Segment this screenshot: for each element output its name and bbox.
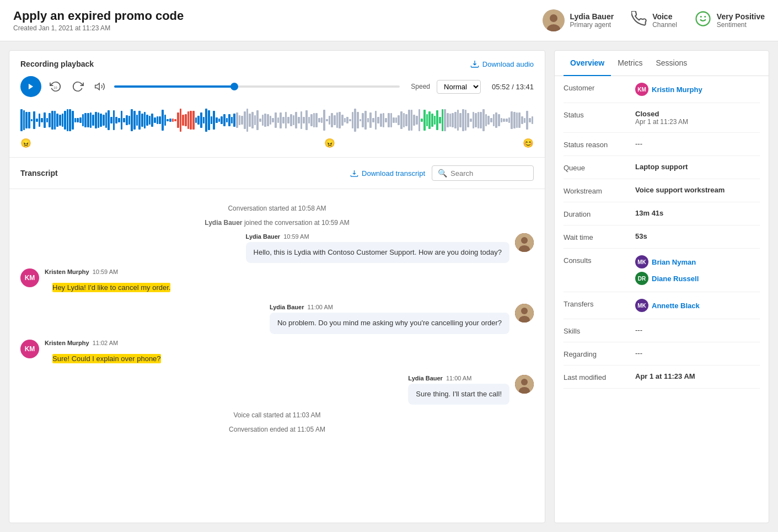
message-kristen-1: KM Kristen Murphy 10:59 AM Hey Lydia! I'… bbox=[20, 268, 534, 298]
time-display: 05:52 / 13:41 bbox=[492, 83, 534, 91]
waveform bbox=[20, 104, 534, 137]
message-sender: Lydia Bauer bbox=[408, 375, 443, 381]
duration-label: Duration bbox=[564, 209, 635, 218]
waveform-bars bbox=[20, 106, 534, 134]
agent-avatar-small-1 bbox=[515, 233, 534, 252]
sentiment-label: Very Positive bbox=[717, 12, 765, 21]
progress-bar[interactable] bbox=[114, 85, 400, 88]
message-lydia-3: Lydia Bauer 11:00 AM Sure thing. I'll st… bbox=[20, 375, 534, 405]
customer-avatar-small-2: KM bbox=[20, 340, 39, 358]
customer-label: Customer bbox=[564, 83, 635, 92]
right-panel: Overview Metrics Sessions Customer KM Kr… bbox=[554, 50, 769, 523]
forward-button[interactable] bbox=[70, 79, 85, 94]
rewind-button[interactable]: 10 bbox=[48, 79, 63, 94]
tab-bar: Overview Metrics Sessions bbox=[555, 51, 769, 76]
svg-marker-6 bbox=[29, 84, 33, 90]
detail-duration: Duration 13m 41s bbox=[564, 202, 760, 225]
tab-metrics[interactable]: Metrics bbox=[611, 51, 649, 76]
progress-fill bbox=[114, 85, 234, 88]
svg-point-16 bbox=[521, 379, 528, 385]
detail-status: Status Closed Apr 1 at 11:23 AM bbox=[564, 103, 760, 133]
message-lydia-1: Lydia Bauer 10:59 AM Hello, this is Lydi… bbox=[20, 233, 534, 263]
main-content: Recording playback Download audio 10 bbox=[0, 41, 778, 532]
status-reason-value: --- bbox=[635, 139, 760, 148]
tab-overview[interactable]: Overview bbox=[564, 51, 611, 76]
workstream-value: Voice support workstream bbox=[635, 186, 760, 194]
duration-value: 13m 41s bbox=[635, 209, 760, 217]
play-button[interactable] bbox=[20, 76, 41, 97]
transcript-actions: Download transcript 🔍 bbox=[350, 165, 534, 181]
transcript-header: Transcript Download transcript 🔍 bbox=[9, 158, 545, 189]
detail-queue: Queue Laptop support bbox=[564, 156, 760, 179]
detail-transfers: Transfers MK Annette Black bbox=[564, 292, 760, 319]
download-audio-button[interactable]: Download audio bbox=[470, 60, 534, 68]
message-time: 11:00 AM bbox=[446, 375, 471, 381]
message-meta-lydia-2: Lydia Bauer 11:00 AM bbox=[270, 304, 509, 310]
message-meta-lydia-3: Lydia Bauer 11:00 AM bbox=[408, 375, 509, 381]
detail-consults: Consults MK Brian Nyman DR Diane Russell bbox=[564, 249, 760, 292]
volume-button[interactable] bbox=[92, 79, 108, 94]
message-sender: Lydia Bauer bbox=[270, 304, 304, 310]
system-msg-3: Voice call started at 11:03 AM bbox=[20, 411, 534, 419]
regarding-value: --- bbox=[635, 349, 760, 357]
svg-point-3 bbox=[696, 12, 710, 25]
regarding-label: Regarding bbox=[564, 349, 635, 358]
skills-label: Skills bbox=[564, 326, 635, 335]
page-subtitle: Created Jan 1, 2021 at 11:23 AM bbox=[13, 24, 184, 32]
system-msg-1: Conversation started at 10:58 AM bbox=[20, 205, 534, 212]
system-msg-4: Conversation ended at 11:05 AM bbox=[20, 426, 534, 433]
details-area: Customer KM Kristin Murphy Status Closed… bbox=[555, 76, 769, 523]
svg-point-13 bbox=[521, 308, 528, 314]
consult-diane-russell[interactable]: DR Diane Russell bbox=[635, 272, 760, 285]
speed-select[interactable]: Normal bbox=[437, 80, 481, 94]
detail-skills: Skills --- bbox=[564, 319, 760, 342]
agent-info-block: Lydia Bauer Primary agent bbox=[543, 9, 614, 31]
detail-last-modified: Last modified Apr 1 at 11:23 AM bbox=[564, 366, 760, 389]
left-panel: Recording playback Download audio 10 bbox=[9, 50, 545, 523]
download-transcript-button[interactable]: Download transcript bbox=[350, 169, 425, 178]
smile-icon bbox=[695, 10, 711, 31]
agent-avatar-small-2 bbox=[515, 304, 534, 323]
message-time: 10:59 AM bbox=[93, 268, 118, 275]
speed-label: Speed bbox=[411, 83, 430, 90]
wait-time-value: 53s bbox=[635, 232, 760, 240]
message-content-kristen-1: Kristen Murphy 10:59 AM Hey Lydia! I'd l… bbox=[45, 268, 178, 298]
total-time: 13:41 bbox=[516, 83, 534, 91]
channel-text: Voice Channel bbox=[652, 12, 677, 29]
status-reason-label: Status reason bbox=[564, 139, 635, 149]
recording-header: Recording playback Download audio bbox=[20, 60, 534, 68]
sentiment-sublabel: Sentiment bbox=[717, 21, 765, 29]
tab-sessions[interactable]: Sessions bbox=[649, 51, 694, 76]
agent-avatar bbox=[543, 9, 565, 31]
detail-status-reason: Status reason --- bbox=[564, 133, 760, 156]
consults-value: MK Brian Nyman DR Diane Russell bbox=[635, 255, 760, 285]
message-bubble-kristen-1: Hey Lydia! I'd like to cancel my order. bbox=[45, 277, 178, 298]
consult-brian-name: Brian Nyman bbox=[652, 258, 696, 266]
search-input[interactable] bbox=[450, 169, 528, 178]
transfer-annette-black[interactable]: MK Annette Black bbox=[635, 299, 760, 312]
consult-brian-nyman[interactable]: MK Brian Nyman bbox=[635, 255, 760, 268]
consult-mk-avatar: MK bbox=[635, 255, 648, 268]
search-box[interactable]: 🔍 bbox=[432, 165, 534, 181]
sentiment-text: Very Positive Sentiment bbox=[717, 12, 765, 29]
svg-point-1 bbox=[550, 14, 557, 22]
emotion-positive: 😊 bbox=[523, 138, 534, 148]
consult-diane-name: Diane Russell bbox=[652, 275, 699, 283]
consult-dr-avatar: DR bbox=[635, 272, 648, 285]
last-modified-value: Apr 1 at 11:23 AM bbox=[635, 372, 760, 380]
queue-label: Queue bbox=[564, 163, 635, 172]
svg-marker-8 bbox=[95, 83, 100, 90]
header-left: Apply an expired promo code Created Jan … bbox=[13, 9, 184, 32]
channel-info: Voice Channel bbox=[631, 11, 677, 30]
customer-link[interactable]: KM Kristin Murphy bbox=[635, 83, 760, 96]
workstream-label: Workstream bbox=[564, 186, 635, 195]
message-bubble-lydia-1: Hello, this is Lydia with Contoso Custom… bbox=[246, 242, 509, 263]
header: Apply an expired promo code Created Jan … bbox=[0, 0, 778, 41]
player-controls: 10 Speed bbox=[20, 76, 534, 97]
emotion-markers: 😠 😠 😊 bbox=[20, 138, 534, 148]
detail-workstream: Workstream Voice support workstream bbox=[564, 179, 760, 202]
message-meta-kristen-1: Kristen Murphy 10:59 AM bbox=[45, 268, 178, 275]
page-title: Apply an expired promo code bbox=[13, 9, 184, 23]
detail-wait-time: Wait time 53s bbox=[564, 225, 760, 249]
message-sender: Kristen Murphy bbox=[45, 268, 89, 275]
